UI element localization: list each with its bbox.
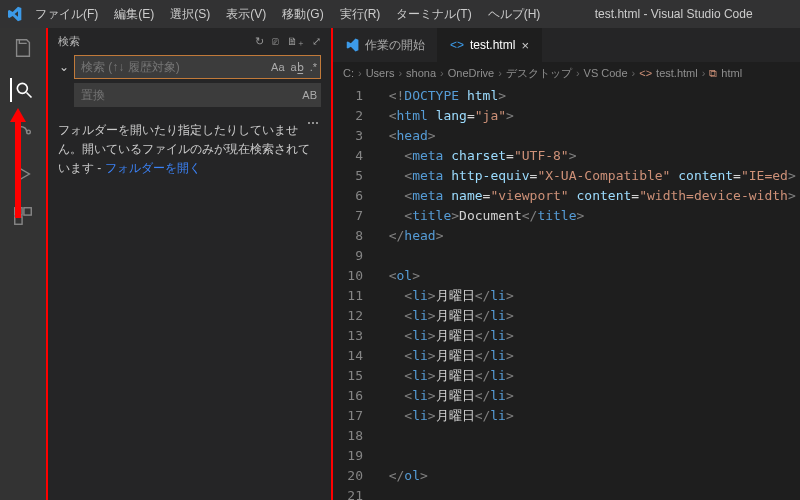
sidebar-title: 検索 [58,34,80,49]
menu-selection[interactable]: 選択(S) [163,3,217,26]
menu-edit[interactable]: 編集(E) [107,3,161,26]
line-numbers: 123456789101112131415161718192021222324 [333,84,373,500]
tab-test-html[interactable]: <> test.html × [438,28,542,62]
svg-point-2 [16,125,20,129]
svg-rect-8 [15,217,22,224]
code-editor[interactable]: 123456789101112131415161718192021222324 … [333,84,800,500]
code-content[interactable]: <!DOCTYPE html> <html lang="ja"> <head> … [373,84,800,500]
refresh-icon[interactable]: ↻ [255,35,264,48]
titlebar: ファイル(F) 編集(E) 選択(S) 表示(V) 移動(G) 実行(R) ター… [0,0,800,28]
svg-rect-7 [24,208,31,215]
tab-welcome[interactable]: 作業の開始 [333,28,438,62]
vscode-icon [345,38,359,52]
debug-icon[interactable] [11,162,35,186]
svg-point-0 [17,83,27,93]
vscode-icon [6,6,22,22]
menu-run[interactable]: 実行(R) [333,3,388,26]
svg-line-1 [27,93,32,98]
replace-input[interactable] [74,83,321,107]
clear-icon[interactable]: ⎚ [272,35,279,48]
scm-icon[interactable] [11,120,35,144]
regex-icon[interactable]: .* [310,61,317,74]
more-options-icon[interactable]: ⋯ [307,116,319,130]
svg-rect-6 [15,208,22,215]
search-sidebar: 検索 ↻ ⎚ 🗎₊ ⤢ ⌄ Aa ab̲ .* [48,28,333,500]
svg-marker-5 [18,168,29,181]
tab-bar: 作業の開始 <> test.html × [333,28,800,62]
menu-help[interactable]: ヘルプ(H) [481,3,548,26]
match-case-icon[interactable]: Aa [271,61,284,74]
menu-file[interactable]: ファイル(F) [28,3,105,26]
menu-terminal[interactable]: ターミナル(T) [389,3,478,26]
tab-label: test.html [470,38,515,52]
new-file-icon[interactable]: 🗎₊ [287,35,304,48]
svg-point-3 [16,136,20,140]
menu-go[interactable]: 移動(G) [275,3,330,26]
extensions-icon[interactable] [11,204,35,228]
preserve-case-icon[interactable]: AB [302,89,317,101]
window-title: test.html - Visual Studio Code [553,7,794,21]
search-icon[interactable] [10,78,34,102]
whole-word-icon[interactable]: ab̲ [291,61,304,74]
menu-view[interactable]: 表示(V) [219,3,273,26]
search-message: フォルダーを開いたり指定したりしていません。開いているファイルのみが現在検索され… [58,121,321,179]
editor-area: 作業の開始 <> test.html × C:› Users› shona› O… [333,28,800,500]
open-folder-link[interactable]: フォルダーを開く [105,161,201,175]
breadcrumb[interactable]: C:› Users› shona› OneDrive› デスクトップ› VS C… [333,62,800,84]
toggle-replace-chevron[interactable]: ⌄ [58,60,70,74]
html-file-icon: <> [450,38,464,52]
sidebar-header: 検索 ↻ ⎚ 🗎₊ ⤢ [58,34,321,49]
menu-bar: ファイル(F) 編集(E) 選択(S) 表示(V) 移動(G) 実行(R) ター… [28,3,547,26]
activity-bar [0,28,48,500]
explorer-icon[interactable] [11,36,35,60]
close-icon[interactable]: × [521,38,529,53]
collapse-icon[interactable]: ⤢ [312,35,321,48]
tab-label: 作業の開始 [365,37,425,54]
